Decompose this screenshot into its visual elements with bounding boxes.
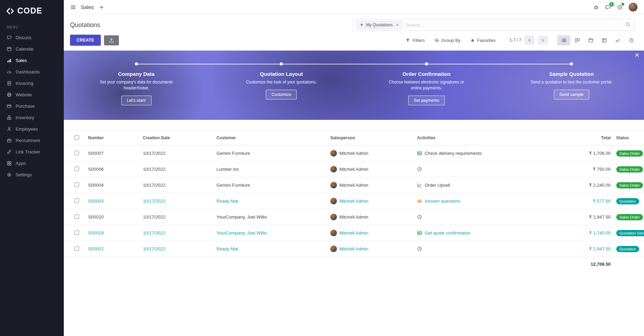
sidebar-item-dashboards[interactable]: Dashboards xyxy=(0,66,64,78)
row-checkbox[interactable] xyxy=(75,246,79,251)
cell-activities[interactable] xyxy=(415,161,548,177)
website-icon xyxy=(7,92,12,97)
pivot-icon xyxy=(602,38,607,43)
row-checkbox[interactable] xyxy=(75,167,79,171)
sidebar-item-label: Discuss xyxy=(16,35,32,40)
row-checkbox[interactable] xyxy=(75,151,79,155)
step-dot xyxy=(425,62,428,65)
import-button[interactable] xyxy=(104,35,119,45)
salesperson-name: Mitchell Admin xyxy=(339,230,368,236)
step-title: Sample Quotation xyxy=(549,71,594,77)
list-view-button[interactable] xyxy=(557,35,570,45)
column-header-creation-date[interactable]: Creation Date xyxy=(141,131,214,145)
column-header-activities[interactable]: Activities xyxy=(415,131,548,145)
sidebar-item-calendar[interactable]: Calendar xyxy=(0,43,64,55)
banner-close-button[interactable]: ✕ xyxy=(635,52,639,58)
cell-customer: Ready Mat xyxy=(215,193,328,209)
column-header-status[interactable]: Status xyxy=(614,131,644,145)
sidebar-item-invoicing[interactable]: Invoicing xyxy=(0,78,64,89)
sidebar-item-purchase[interactable]: Purchase xyxy=(0,100,64,112)
cell-total: ₹ 750.00 xyxy=(548,161,614,177)
sidebar-item-website[interactable]: Website xyxy=(0,89,64,100)
activity-label: Answer questions xyxy=(425,198,460,204)
pivot-view-button[interactable] xyxy=(598,35,611,45)
quotation-list: Number Creation Date Customer Salesperso… xyxy=(64,130,644,271)
column-header-number[interactable]: Number xyxy=(86,131,141,145)
cell-total: ₹ 2,240.00 xyxy=(548,177,614,193)
pager-previous-button[interactable] xyxy=(524,36,534,45)
activities-button[interactable] xyxy=(617,4,623,10)
step-action-button[interactable]: Send sample xyxy=(554,90,589,99)
row-checkbox[interactable] xyxy=(75,183,79,187)
sidebar-item-inventory[interactable]: Inventory xyxy=(0,112,64,123)
column-header-total[interactable]: Total xyxy=(548,131,614,145)
sidebar-item-employees[interactable]: Employees xyxy=(0,123,64,135)
favorites-button[interactable]: Favorites xyxy=(470,38,496,43)
search-facet[interactable]: My Quotations ✕ xyxy=(357,21,402,29)
envelope-icon xyxy=(417,198,422,204)
hamburger-button[interactable] xyxy=(70,4,76,10)
add-tab-button[interactable] xyxy=(98,4,105,10)
purchase-icon xyxy=(7,104,12,109)
onboarding-steps: Company Data Set your company's data for… xyxy=(64,51,644,120)
debug-button[interactable] xyxy=(593,4,599,10)
activities-badge xyxy=(621,2,625,6)
table-row[interactable]: S00020 10/17/2022 YourCompany, Joel Will… xyxy=(64,209,644,225)
onboarding-step: Company Data Set your company's data for… xyxy=(64,61,209,120)
cell-number: S00002 xyxy=(86,241,141,257)
table-row[interactable]: S00019 10/17/2022 YourCompany, Joel Will… xyxy=(64,225,644,241)
group-by-button[interactable]: Group By xyxy=(435,38,461,43)
quotation-table: Number Creation Date Customer Salesperso… xyxy=(64,130,644,271)
cell-creation-date: 10/17/2022 xyxy=(141,161,214,177)
table-row[interactable]: S00004 10/17/2022 Gemini Furniture Mitch… xyxy=(64,177,644,193)
select-all-checkbox[interactable] xyxy=(75,135,79,140)
create-button[interactable]: CREATE xyxy=(70,35,101,46)
calendar-view-button[interactable] xyxy=(584,35,597,45)
cell-total: ₹ 577.50 xyxy=(548,193,614,209)
cell-activities[interactable]: Answer questions xyxy=(415,193,548,209)
row-checkbox[interactable] xyxy=(75,230,79,235)
graph-view-button[interactable] xyxy=(611,35,624,45)
step-action-button[interactable]: Let's start! xyxy=(121,96,151,105)
cell-activities[interactable]: Order Upsell xyxy=(415,177,548,193)
filters-button[interactable]: Filters xyxy=(406,38,425,43)
step-title: Quotation Layout xyxy=(260,71,303,77)
step-action-button[interactable]: Set payments xyxy=(408,96,445,105)
app-logo[interactable]: CODE xyxy=(0,0,64,20)
row-checkbox[interactable] xyxy=(75,214,79,219)
sidebar-item-recruitment[interactable]: Recruitment xyxy=(0,135,64,146)
step-action-button[interactable]: Customize xyxy=(266,90,297,99)
messages-button[interactable]: 5 xyxy=(605,4,611,10)
row-checkbox[interactable] xyxy=(75,198,79,203)
table-row[interactable]: S00007 10/17/2022 Gemini Furniture Mitch… xyxy=(64,145,644,161)
kanban-view-button[interactable] xyxy=(571,35,584,45)
facet-remove-button[interactable]: ✕ xyxy=(395,23,399,27)
sidebar-item-sales[interactable]: Sales xyxy=(0,55,64,66)
cell-salesperson: Mitchell Admin xyxy=(328,193,415,209)
search-bar[interactable]: My Quotations ✕ xyxy=(353,19,634,31)
sidebar-item-link-tracker[interactable]: Link Tracker xyxy=(0,146,64,158)
cell-activities[interactable] xyxy=(415,209,548,225)
column-header-customer[interactable]: Customer xyxy=(215,131,328,145)
table-row[interactable]: S00006 10/17/2022 Lumber Inc Mitchell Ad… xyxy=(64,161,644,177)
cell-activities[interactable]: Check delivery requirements xyxy=(415,145,548,161)
menu-label: MENU xyxy=(0,20,64,32)
cell-activities[interactable]: Get quote confirmation xyxy=(415,225,548,241)
sidebar-item-discuss[interactable]: Discuss xyxy=(0,32,64,43)
control-panel: Quotations My Quotations ✕ CREATE Filter… xyxy=(64,15,644,51)
search-input[interactable] xyxy=(406,23,622,28)
logo-text: CODE xyxy=(17,6,42,16)
sidebar-item-settings[interactable]: Settings xyxy=(0,169,64,180)
sidebar-item-apps[interactable]: Apps xyxy=(0,158,64,169)
column-header-salesperson[interactable]: Salesperson xyxy=(328,131,415,145)
dashboards-icon xyxy=(7,69,12,74)
cell-customer: Gemini Furniture xyxy=(215,177,328,193)
user-avatar[interactable] xyxy=(628,2,638,12)
table-row[interactable]: S00003 10/17/2022 Ready Mat Mitchell Adm… xyxy=(64,193,644,209)
sidebar-item-label: Link Tracker xyxy=(16,149,40,154)
table-row[interactable]: S00002 10/17/2022 Ready Mat Mitchell Adm… xyxy=(64,241,644,257)
pager-next-button[interactable] xyxy=(538,36,548,45)
cell-activities[interactable] xyxy=(415,241,548,257)
search-button[interactable] xyxy=(625,22,630,28)
activity-view-button[interactable] xyxy=(625,35,638,45)
